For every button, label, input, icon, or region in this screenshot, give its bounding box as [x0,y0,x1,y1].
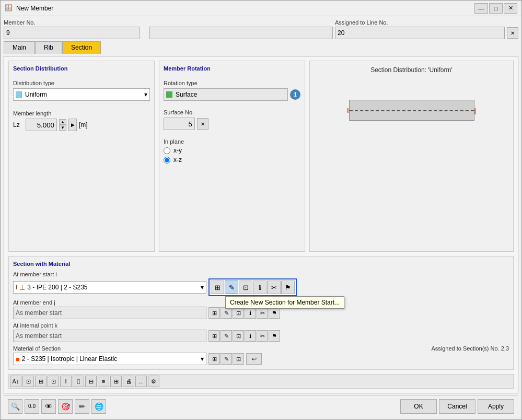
member-length-row: Lz ▲ ▼ ▶ [m] [13,119,150,131]
radio-xy-label: x-y [173,147,182,154]
member-no-input[interactable] [4,27,140,39]
internal-cut-btn[interactable]: ✂ [257,330,268,342]
toolbar-flag-btn[interactable]: ⚑ [281,281,295,294]
bottom-search-btn[interactable]: 🔍 [8,399,22,414]
extra-btn-9[interactable]: ⊞ [110,376,122,387]
distribution-color-box [16,91,22,98]
extra-btn-12[interactable]: ⚙ [148,376,159,387]
distribution-select-display[interactable]: Uniform ▾ [13,88,150,101]
toolbar-cut-btn[interactable]: ✂ [267,281,281,294]
material-copy-btn[interactable]: ⊡ [233,353,244,365]
material-row-group: Material of Section Assigned to Section(… [13,345,509,365]
window-icon: 🪟 [5,4,13,13]
length-expand-button[interactable]: ▶ [68,119,77,131]
cancel-button[interactable]: Cancel [439,399,475,414]
middle-input[interactable] [149,27,333,39]
tab-main[interactable]: Main [4,41,35,54]
extra-btn-2[interactable]: ⊡ [22,376,34,387]
section-icon-i: I [16,284,17,291]
toolbar-edit-btn[interactable]: ✎ [225,281,238,294]
material-value: 2 - S235 | Isotropic | Linear Elastic [22,355,201,363]
material-assign-btn[interactable]: ↩ [246,353,262,365]
length-input[interactable] [26,119,57,131]
at-internal-label: At internal point k [13,322,509,329]
tab-section[interactable]: Section [62,41,101,54]
length-unit: [m] [79,121,88,129]
tab-rib[interactable]: Rib [35,41,62,54]
radio-xy-input[interactable] [164,147,170,154]
at-start-select-display[interactable]: I ⊥ 3 - IPE 200 | 2 - S235 ▾ [13,281,206,294]
rotation-type-label: Rotation type [164,80,300,86]
extra-btn-6[interactable]: ⌷ [73,376,84,387]
end-flag-btn[interactable]: ⚑ [269,307,280,319]
end-cut-btn[interactable]: ✂ [257,307,268,319]
internal-copy-btn[interactable]: ⊡ [233,330,244,342]
extra-btn-3[interactable]: ⊞ [35,376,47,387]
at-end-select-display[interactable]: As member start [13,307,206,319]
rotation-info-button[interactable]: ℹ [290,89,300,100]
bottom-zero-btn[interactable]: 0.0 [25,399,39,414]
spin-down-button[interactable]: ▼ [59,125,66,131]
section-distribution-panel: Section Distribution Distribution type U… [8,61,155,252]
toolbar-info-btn[interactable]: ℹ [253,281,266,294]
toolbar-table-btn[interactable]: ⊞ [211,281,224,294]
maximize-button[interactable]: □ [489,3,503,14]
surface-no-label: Surface No. [164,109,300,115]
internal-flag-btn[interactable]: ⚑ [269,330,280,342]
swm-title: Section with Material [13,261,509,267]
bottom-view-btn[interactable]: 👁 [41,399,56,414]
minimize-button[interactable]: — [474,3,488,14]
main-window: 🪟 New Member — □ ✕ Member No. Assigned t… [0,0,522,420]
surface-no-clear-button[interactable]: ✕ [197,118,208,130]
assigned-clear-button[interactable]: ✕ [507,27,518,39]
at-internal-row: At internal point k As member start ⊞ ✎ … [13,322,509,342]
toolbar-copy-btn[interactable]: ⊡ [239,281,252,294]
extra-btn-5[interactable]: I [60,376,72,387]
apply-button[interactable]: Apply [478,399,514,414]
extra-btn-7[interactable]: ⊟ [85,376,97,387]
in-plane-label: In plane [164,138,300,145]
radio-xz-input[interactable] [164,157,170,164]
beam-line [349,100,474,121]
end-toolbar: ⊞ ✎ ⊡ ℹ ✂ ⚑ [208,307,280,319]
window-title: New Member [16,5,474,12]
material-table-btn[interactable]: ⊞ [208,353,220,365]
end-copy-btn[interactable]: ⊡ [233,307,244,319]
end-table-btn[interactable]: ⊞ [208,307,220,319]
radio-xz[interactable]: x-z [164,156,300,164]
at-start-row: At member start i I ⊥ 3 - IPE 200 | 2 - … [13,271,509,296]
end-info-btn[interactable]: ℹ [245,307,256,319]
surface-no-input[interactable] [164,118,195,130]
material-select-display[interactable]: ■ 2 - S235 | Isotropic | Linear Elastic … [13,353,206,365]
material-label: Material of Section [13,345,61,352]
assigned-input[interactable] [335,27,505,39]
surface-no-row: ✕ [164,118,300,130]
assigned-label: Assigned to Line No. [335,19,518,26]
extra-btn-11[interactable]: … [135,376,147,387]
close-button[interactable]: ✕ [504,3,517,14]
distribution-type-group: Distribution type Uniform ▾ [13,80,150,101]
radio-xy[interactable]: x-y [164,147,300,154]
extra-btn-4[interactable]: ⊡ [48,376,59,387]
end-edit-btn[interactable]: ✎ [221,307,232,319]
at-internal-control-row: As member start ⊞ ✎ ⊡ ℹ ✂ ⚑ [13,330,509,342]
spin-up-button[interactable]: ▲ [59,119,66,125]
extra-btn-10[interactable]: 🖨 [123,376,134,387]
middle-label [149,19,333,26]
bottom-globe-btn[interactable]: 🌐 [91,399,106,414]
assigned-sections-label: Assigned to Section(s) No. 2,3 [431,345,509,352]
beam-label-j: j [474,107,477,114]
at-internal-select-display[interactable]: As member start [13,330,206,342]
bottom-edit-btn[interactable]: ✏ [75,399,89,414]
extra-toolbar-row: A↕ ⊡ ⊞ ⊡ I ⌷ ⊟ ≡ ⊞ 🖨 … ⚙ [8,374,514,389]
extra-btn-8[interactable]: ≡ [98,376,109,387]
internal-table-btn[interactable]: ⊞ [208,330,220,342]
internal-edit-btn[interactable]: ✎ [221,330,232,342]
member-rotation-title: Member Rotation [164,65,300,72]
material-edit-btn[interactable]: ✎ [221,353,232,365]
rotation-color-box [166,91,172,98]
bottom-target-btn[interactable]: 🎯 [58,399,73,414]
internal-info-btn[interactable]: ℹ [245,330,256,342]
extra-btn-1[interactable]: A↕ [10,376,21,387]
ok-button[interactable]: OK [400,399,437,414]
